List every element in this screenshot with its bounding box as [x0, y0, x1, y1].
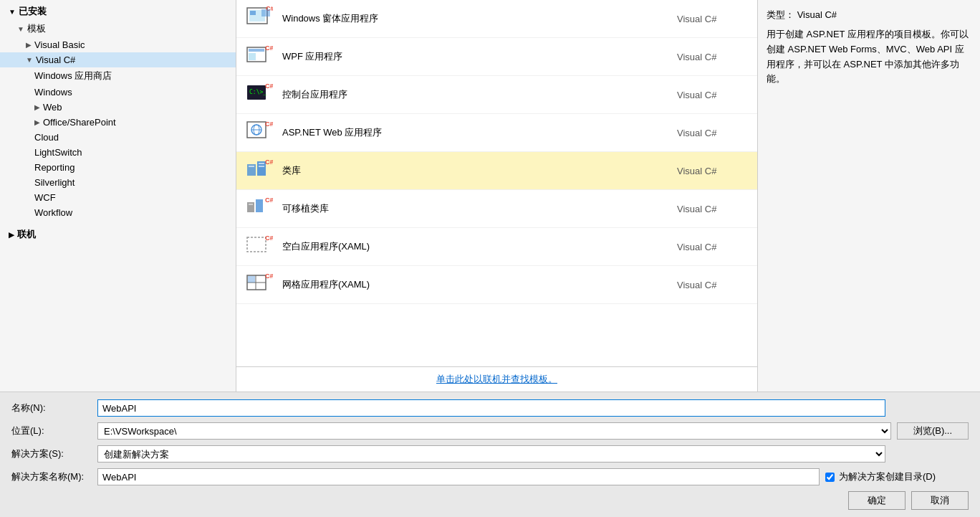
template-blank-xaml-type: Visual C# — [677, 242, 749, 252]
svg-rect-24 — [256, 199, 263, 212]
workflow-label: Workflow — [34, 207, 72, 218]
svg-text:C#: C# — [265, 196, 273, 204]
template-grid-xaml[interactable]: C# 网格应用程序(XAML) Visual C# — [236, 266, 757, 304]
browse-button[interactable]: 浏览(B)... — [897, 422, 969, 440]
template-aspnet[interactable]: C# ASP.NET Web 应用程序 Visual C# — [236, 114, 757, 152]
template-section[interactable]: ▼ 模板 — [0, 20, 236, 37]
solution-label: 解决方案(S): — [11, 447, 97, 460]
visual-cs-label: Visual C# — [36, 54, 75, 65]
create-dir-checkbox[interactable] — [825, 473, 835, 482]
type-prefix: 类型： — [767, 9, 794, 20]
sidebar-item-visual-cs[interactable]: ▼ Visual C# — [0, 52, 236, 67]
sidebar-item-reporting[interactable]: Reporting — [0, 160, 236, 175]
name-row: 名称(N): — [11, 399, 969, 417]
vb-arrow: ▶ — [26, 41, 32, 49]
template-blank-xaml-name: 空白应用程序(XAML) — [282, 240, 677, 253]
svg-rect-27 — [247, 237, 266, 252]
template-console-name: 控制台应用程序 — [282, 88, 677, 101]
sidebar-item-web[interactable]: ▶ Web — [0, 100, 236, 115]
portable-icon: C# — [245, 196, 274, 222]
solution-select[interactable]: 创建新解决方案 添加到解决方案 — [97, 445, 885, 463]
template-wpf[interactable]: C# WPF 应用程序 Visual C# — [236, 38, 757, 76]
name-input-wrap — [97, 399, 885, 417]
template-console-type: Visual C# — [677, 90, 749, 100]
sidebar-item-silverlight[interactable]: Silverlight — [0, 175, 236, 190]
svg-rect-20 — [259, 163, 264, 164]
template-wpf-type: Visual C# — [677, 52, 749, 62]
template-console[interactable]: C:\>_ C# 控制台应用程序 Visual C# — [236, 76, 757, 114]
windows-store-label: Windows 应用商店 — [34, 70, 112, 82]
svg-rect-2 — [250, 11, 256, 15]
web-label: Web — [43, 102, 62, 113]
wcf-label: WCF — [34, 192, 56, 203]
template-portable[interactable]: C# 可移植类库 Visual C# — [236, 190, 757, 228]
template-library[interactable]: C# 类库 Visual C# — [236, 152, 757, 190]
template-blank-xaml[interactable]: C# 空白应用程序(XAML) Visual C# — [236, 228, 757, 266]
svg-rect-25 — [249, 204, 253, 205]
create-dir-option: 为解决方案创建目录(D) — [825, 470, 969, 483]
solution-row: 解决方案(S): 创建新解决方案 添加到解决方案 — [11, 445, 969, 463]
type-value: Visual C# — [797, 9, 837, 20]
console-icon: C:\>_ C# — [245, 82, 274, 108]
ok-button[interactable]: 确定 — [848, 491, 905, 510]
sidebar-item-wcf[interactable]: WCF — [0, 190, 236, 205]
template-windows-forms-name: Windows 窗体应用程序 — [282, 12, 677, 25]
sidebar-item-cloud[interactable]: Cloud — [0, 130, 236, 145]
sidebar-item-windows-store[interactable]: Windows 应用商店 — [0, 67, 236, 85]
create-dir-label: 为解决方案创建目录(D) — [839, 470, 936, 483]
svg-text:C:\>_: C:\>_ — [249, 89, 266, 95]
right-panel: 类型： Visual C# 用于创建 ASP.NET 应用程序的项目模板。你可以… — [758, 0, 980, 392]
name-input[interactable] — [97, 399, 885, 417]
solution-name-input[interactable] — [97, 468, 820, 485]
svg-text:C#: C# — [265, 272, 273, 280]
aspnet-icon: C# — [245, 120, 274, 146]
template-library-type: Visual C# — [677, 166, 749, 176]
svg-text:C#: C# — [265, 44, 273, 52]
type-label-row: 类型： Visual C# — [767, 9, 971, 22]
template-aspnet-type: Visual C# — [677, 128, 749, 138]
template-portable-type: Visual C# — [677, 204, 749, 214]
create-dir-text: 为解决方案创建目录(D) — [839, 470, 936, 483]
template-windows-forms[interactable]: C# Windows 窗体应用程序 Visual C# — [236, 0, 757, 38]
template-footer: 单击此处以联机并查找模板。 — [236, 366, 757, 392]
location-row: 位置(L): E:\VSWorkspace\ 浏览(B)... — [11, 422, 969, 440]
online-section[interactable]: ▶ 联机 — [0, 226, 236, 243]
svg-rect-6 — [249, 49, 264, 52]
left-panel: ▼ 已安装 ▼ 模板 ▶ Visual Basic ▼ Visual C# — [0, 0, 236, 392]
installed-section[interactable]: ▼ 已安装 — [0, 3, 236, 20]
template-label: 模板 — [27, 22, 46, 35]
template-grid-xaml-type: Visual C# — [677, 280, 749, 290]
template-arrow: ▼ — [17, 25, 24, 33]
location-select-wrap: E:\VSWorkspace\ — [97, 422, 891, 440]
svg-rect-7 — [249, 53, 256, 60]
template-wpf-name: WPF 应用程序 — [282, 50, 677, 63]
office-label: Office/SharePoint — [43, 117, 116, 128]
windows-label: Windows — [34, 87, 72, 98]
find-templates-link[interactable]: 单击此处以联机并查找模板。 — [436, 374, 557, 384]
cancel-button[interactable]: 取消 — [911, 491, 969, 510]
sidebar-item-office[interactable]: ▶ Office/SharePoint — [0, 115, 236, 130]
online-arrow: ▶ — [9, 231, 14, 239]
template-list: C# Windows 窗体应用程序 Visual C# — [236, 0, 757, 366]
template-portable-name: 可移植类库 — [282, 202, 677, 215]
office-arrow: ▶ — [34, 118, 40, 126]
sidebar-item-windows[interactable]: Windows — [0, 85, 236, 100]
location-select[interactable]: E:\VSWorkspace\ — [97, 422, 891, 440]
sidebar-item-lightswitch[interactable]: LightSwitch — [0, 145, 236, 160]
solution-name-input-wrap — [97, 468, 820, 485]
svg-rect-4 — [261, 9, 270, 16]
solution-select-wrap: 创建新解决方案 添加到解决方案 — [97, 445, 885, 463]
svg-rect-21 — [259, 166, 264, 167]
template-windows-forms-type: Visual C# — [677, 14, 749, 24]
sidebar-item-workflow[interactable]: Workflow — [0, 205, 236, 220]
new-project-dialog: ▼ 已安装 ▼ 模板 ▶ Visual Basic ▼ Visual C# — [0, 0, 980, 517]
library-icon: C# — [245, 158, 274, 184]
bottom-buttons: 确定 取消 — [11, 491, 969, 510]
location-label: 位置(L): — [11, 424, 97, 437]
blank-xaml-icon: C# — [245, 234, 274, 260]
solution-name-label: 解决方案名称(M): — [11, 470, 97, 483]
bottom-form: 名称(N): 位置(L): E:\VSWorkspace\ 浏览(B)... 解… — [0, 392, 980, 517]
svg-rect-32 — [248, 276, 255, 283]
sidebar-item-visual-basic[interactable]: ▶ Visual Basic — [0, 37, 236, 52]
solution-name-row: 解决方案名称(M): 为解决方案创建目录(D) — [11, 468, 969, 485]
